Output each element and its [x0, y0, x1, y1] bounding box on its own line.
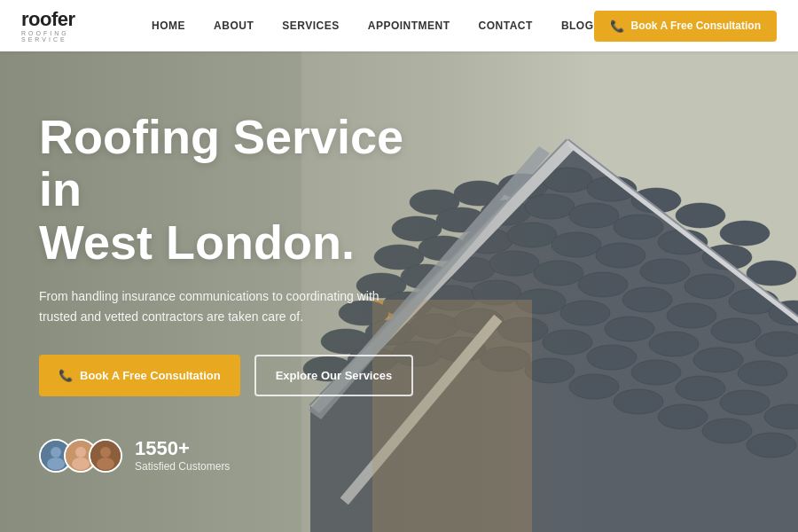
logo[interactable]: roofer ROOFING SERVICE — [21, 10, 116, 43]
avatar-3 — [89, 439, 122, 473]
nav-cta-label: Book A Free Consultation — [631, 20, 761, 32]
hero-btn-primary-label: Book A Free Consultation — [80, 369, 221, 382]
phone-icon — [610, 20, 624, 33]
nav-about[interactable]: ABOUT — [214, 20, 254, 32]
avatar-stack — [39, 439, 122, 473]
nav-appointment[interactable]: APPOINTMENT — [368, 20, 450, 32]
svg-point-92 — [51, 447, 61, 458]
customer-stats: 1550+ Satisfied Customers — [39, 439, 426, 473]
hero-cta-primary[interactable]: Book A Free Consultation — [39, 355, 240, 396]
hero-subtitle: From handling insurance communications t… — [39, 286, 394, 326]
brand-subtitle: ROOFING SERVICE — [21, 30, 116, 43]
svg-point-99 — [97, 458, 114, 470]
svg-point-96 — [72, 458, 90, 470]
svg-point-93 — [47, 458, 65, 470]
phone-icon-hero — [59, 369, 73, 382]
hero-btn-secondary-label: Explore Our Services — [276, 369, 393, 382]
hero-title: Roofing Service in West London. — [39, 111, 426, 269]
stats-label: Satisfied Customers — [135, 460, 230, 473]
stats-number: 1550+ — [135, 439, 230, 458]
nav-links: HOME ABOUT SERVICES APPOINTMENT CONTACT … — [152, 20, 593, 32]
svg-point-98 — [100, 447, 111, 458]
nav-cta-button[interactable]: Book A Free Consultation — [594, 11, 777, 42]
nav-services[interactable]: SERVICES — [282, 20, 339, 32]
nav-blog[interactable]: BLOG — [561, 20, 594, 32]
hero-section: Roofing Service in West London. From han… — [0, 51, 798, 532]
stats-text: 1550+ Satisfied Customers — [135, 439, 230, 473]
nav-home[interactable]: HOME — [152, 20, 185, 32]
navbar: roofer ROOFING SERVICE HOME ABOUT SERVIC… — [0, 0, 798, 51]
svg-point-95 — [75, 447, 86, 458]
brand-name: roofer — [21, 10, 75, 29]
hero-buttons: Book A Free Consultation Explore Our Ser… — [39, 355, 426, 396]
hero-cta-secondary[interactable]: Explore Our Services — [254, 355, 414, 396]
nav-contact[interactable]: CONTACT — [479, 20, 533, 32]
hero-content: Roofing Service in West London. From han… — [0, 51, 461, 532]
